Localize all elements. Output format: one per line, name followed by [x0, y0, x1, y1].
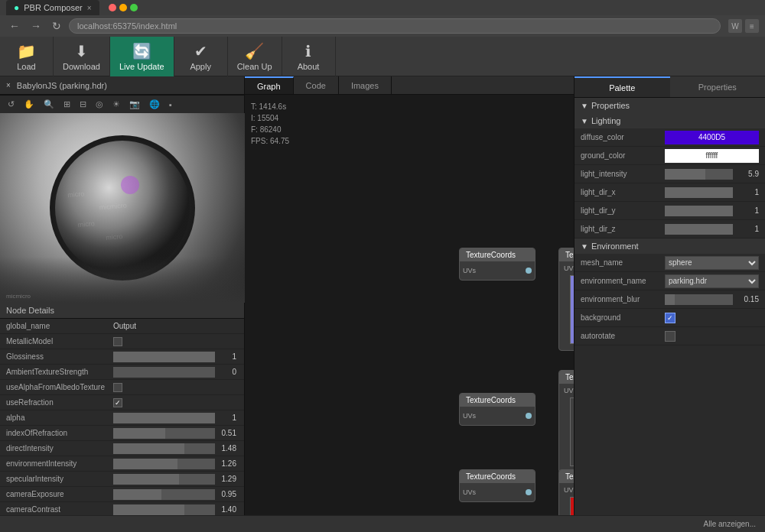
prop-ambient-strength: AmbientTextureStrength 0	[0, 365, 244, 380]
light-dir-x-bar[interactable]	[665, 187, 733, 198]
graph-stats: T: 1414.6s I: 15504 F: 86240 FPS: 64.75	[251, 101, 289, 147]
status-bar: Alle anzeigen...	[0, 515, 765, 532]
graph-area[interactable]: T: 1414.6s I: 15504 F: 86240 FPS: 64.75	[245, 95, 574, 532]
light-dir-y-bar[interactable]	[665, 206, 733, 216]
lighting-section-header[interactable]: ▼ Lighting	[575, 113, 765, 128]
tc3-body: UVs	[460, 483, 535, 501]
ground-color-value[interactable]: ffffff	[665, 149, 759, 163]
mesh-name-select[interactable]: sphere	[665, 256, 759, 270]
ext-icon-1[interactable]: W	[728, 19, 742, 33]
diffuse-color-value[interactable]: 4400D5	[665, 131, 759, 144]
prop-ground-color: ground_color ffffff	[575, 147, 765, 165]
tc1-body: UVs	[460, 261, 535, 280]
camera-exposure-bar[interactable]	[113, 489, 215, 500]
prop-alpha: alpha 1	[0, 410, 244, 426]
tc3-uvs-port: UVs	[463, 486, 532, 498]
use-alpha-checkbox[interactable]	[113, 383, 122, 392]
load-button[interactable]: 📁 Load	[0, 37, 54, 76]
background-checkbox[interactable]: ✓	[665, 313, 675, 323]
glossiness-bar[interactable]	[113, 352, 215, 362]
browser-tab[interactable]: ● PBR Composer ×	[6, 0, 99, 15]
apply-button[interactable]: ✔ Apply	[174, 37, 228, 76]
tool-bg[interactable]: ▪	[166, 99, 175, 111]
env-blur-bar[interactable]	[665, 294, 733, 305]
prop-glossiness: Glossiness 1	[0, 349, 244, 365]
camera-contrast-bar[interactable]	[113, 504, 215, 515]
tool-cam[interactable]: 📷	[126, 98, 143, 111]
texture-coords-3[interactable]: TextureCoords UVs	[459, 469, 536, 502]
preview-canvas: micro micmicro micro micro micmicro	[0, 113, 245, 303]
tool-rotate[interactable]: ↺	[5, 98, 18, 111]
tool-light[interactable]: ☀	[109, 98, 123, 111]
tool-reset[interactable]: ⊞	[60, 98, 73, 111]
tab-palette[interactable]: Palette	[575, 76, 670, 97]
ground-color-swatch[interactable]: ffffff	[665, 149, 759, 163]
env-blur-container: 0.15	[665, 294, 759, 305]
env-intensity-bar[interactable]	[113, 459, 215, 469]
ext-icon-2[interactable]: ≡	[745, 19, 759, 33]
prop-background: background ✓	[575, 309, 765, 327]
env-name-select[interactable]: parking.hdr	[665, 274, 759, 288]
texture-coords-1[interactable]: TextureCoords UVs	[459, 248, 536, 281]
alpha-bar[interactable]	[113, 413, 215, 423]
tab-images[interactable]: Images	[339, 76, 392, 94]
preview-title: BabylonJS (parking.hdr)	[17, 81, 107, 90]
tab-graph[interactable]: Graph	[245, 76, 294, 94]
tab-close-icon[interactable]: ×	[87, 4, 92, 12]
node-details-title: Node Details	[6, 306, 54, 315]
light-intensity-bar[interactable]	[665, 169, 733, 180]
ambient-strength-bar[interactable]	[113, 367, 215, 378]
texture-coords-2[interactable]: TextureCoords UVs	[459, 393, 536, 426]
ts2-body: UVs Texture	[559, 384, 574, 472]
tool-grid[interactable]: ⊟	[76, 98, 90, 111]
tool-mat[interactable]: ◎	[93, 98, 106, 111]
environment-section: ▼ Environment mesh_name sphere environme…	[575, 238, 765, 345]
refresh-button[interactable]: ↻	[49, 18, 64, 34]
prop-use-alpha: useAlphaFromAlbedoTexture	[0, 380, 244, 395]
prop-autorotate: autorotate	[575, 327, 765, 345]
svg-text:micro: micro	[67, 190, 85, 199]
tab-properties[interactable]: Properties	[670, 76, 766, 97]
lighting-label: Lighting	[591, 116, 621, 125]
forward-button[interactable]: →	[28, 18, 44, 34]
tool-zoom[interactable]: 🔍	[41, 98, 57, 111]
browser-controls: ← → ↻ localhost:65375/index.html W ≡	[0, 15, 765, 37]
metallic-model-checkbox[interactable]	[113, 337, 122, 346]
env-section-header[interactable]: ▼ Environment	[575, 238, 765, 254]
light-dir-x-container: 1	[665, 187, 759, 198]
svg-text:micro: micro	[106, 232, 123, 242]
tab-code[interactable]: Code	[294, 76, 339, 94]
ts1-header: TextureSample	[559, 248, 574, 261]
live-update-button[interactable]: 🔄 Live Update	[110, 37, 174, 76]
clean-up-label: Clean Up	[237, 62, 272, 71]
stat-t: T: 1414.6s	[251, 101, 289, 112]
url-bar[interactable]: localhost:65375/index.html	[69, 18, 721, 34]
specular-intensity-bar[interactable]	[113, 474, 215, 485]
node-details-header: Node Details	[0, 303, 244, 319]
texture-sample-2[interactable]: TextureSample UVs Texture	[558, 370, 574, 473]
ior-bar[interactable]	[113, 428, 215, 439]
light-dir-z-bar[interactable]	[665, 224, 733, 235]
preview-close-icon[interactable]: ×	[6, 81, 11, 89]
toolbar: 📁 Load ⬇ Download 🔄 Live Update ✔ Apply …	[0, 37, 765, 76]
tc2-uvs-port: UVs	[463, 410, 532, 422]
back-button[interactable]: ←	[6, 18, 23, 34]
lighting-section: ▼ Lighting diffuse_color 4400D5 ground_c…	[575, 113, 765, 238]
live-update-icon: 🔄	[132, 42, 151, 60]
tool-env[interactable]: 🌐	[146, 98, 163, 111]
diffuse-color-swatch[interactable]: 4400D5	[665, 131, 759, 144]
tool-pan[interactable]: ✋	[21, 98, 37, 111]
light-dir-z-container: 1	[665, 224, 759, 235]
properties-section-header[interactable]: ▼ Properties	[575, 98, 765, 113]
use-refraction-checkbox[interactable]	[113, 398, 122, 407]
about-button[interactable]: ℹ About	[282, 37, 336, 76]
properties-section: ▼ Properties	[575, 98, 765, 113]
autorotate-checkbox[interactable]	[665, 331, 675, 342]
direct-intensity-bar[interactable]	[113, 443, 215, 454]
left-panel: × BabylonJS (parking.hdr) ↺ ✋ 🔍 ⊞ ⊟ ◎ ☀ …	[0, 76, 245, 532]
clean-up-button[interactable]: 🧹 Clean Up	[228, 37, 282, 76]
texture-sample-1[interactable]: TextureSample UVs Texture	[558, 248, 574, 351]
about-label: About	[298, 62, 320, 71]
download-button[interactable]: ⬇ Download	[54, 37, 110, 76]
apply-label: Apply	[190, 62, 211, 71]
